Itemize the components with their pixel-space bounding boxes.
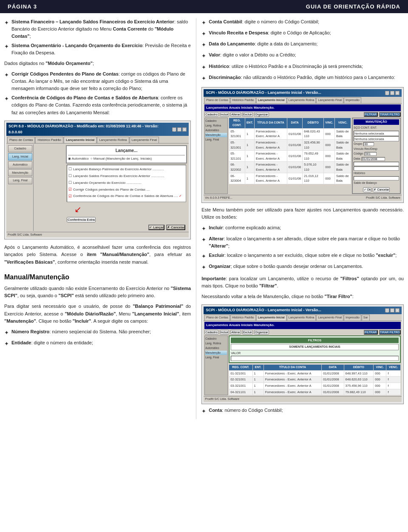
ss2-grupo-input[interactable]	[363, 142, 374, 146]
ss2-nav-automatico[interactable]: Automático	[205, 128, 227, 132]
ss3-row-2[interactable]: 02-321001 1 Fornecedores - Exerc. Anteri…	[229, 377, 401, 383]
ss2-tab-lanc-final[interactable]: Lançamento Final	[316, 97, 343, 103]
ss1-conferencia-extra-btn[interactable]: Conferência Extra	[67, 217, 96, 222]
ss1-nav-lang-final[interactable]: Lang. Final	[8, 177, 32, 184]
ss3-cadastro-btn[interactable]: Cadastro	[204, 330, 218, 335]
ss3-tab-impressao[interactable]: Impressão	[344, 315, 361, 321]
ss2-entidade-value[interactable]: Nenhuma selecionada	[354, 131, 399, 136]
ss1-check-icon-3: ☐	[68, 180, 72, 186]
ss3-row-1[interactable]: 01-321001 1 Fornecedores - Exerc. Anteri…	[229, 370, 401, 377]
ss2-close-btn[interactable]: ×	[395, 91, 400, 95]
ss1-tab-lancamento-final[interactable]: Lançamento Final	[130, 137, 159, 143]
ss2-table-row-2[interactable]: 05-321001 1 Fornecedores - Exerc. Anteri…	[229, 139, 351, 150]
ss2-table-row-1[interactable]: 05-321001 1 Fornecedores - Exerc. Anteri…	[229, 128, 351, 139]
ss2-conta-value[interactable]: Nenhuma selecionada	[354, 136, 399, 141]
bullet-text-vinculo: Vínculo Receita e Despesa: digite o Códi…	[209, 29, 404, 37]
ss1-lancar-btn[interactable]: ✓ Lançar	[148, 225, 164, 230]
ss3-row-4[interactable]: 04-321101 1 Fornecedores - Exerc. Anteri…	[229, 389, 401, 395]
ss2-data-input[interactable]	[362, 157, 385, 161]
ss1-tab-lancamento-rotina[interactable]: Lançamento Rotina	[97, 137, 129, 143]
ss2-minimize-btn[interactable]: _	[385, 91, 389, 95]
ss3-row-3[interactable]: 03-321001 1 Fornecedores - Exerc. Anteri…	[229, 383, 401, 389]
ss1-maximize-btn[interactable]: □	[177, 127, 181, 132]
ss2-th-debito: DÉBITO	[303, 118, 324, 129]
ss2-nav-manutencao[interactable]: Manutenção	[205, 133, 227, 137]
ss1-tab-historico[interactable]: Histórico Padrão	[35, 137, 63, 143]
ss2-table-row-4[interactable]: 06-322002 1 Fornecedores - Exerc. Anteri…	[229, 162, 351, 173]
ss3-tirar-filtro-btn[interactable]: TIRAR FILTRO	[379, 330, 401, 335]
ss2-tab-plano[interactable]: Plano de Contas	[204, 97, 230, 103]
ss3-nav-lang-final[interactable]: Lang. Final	[205, 355, 227, 360]
ss3-filtrar-btn[interactable]: FILTRAR	[364, 330, 378, 335]
ss2-manutencao-panel: MANUTENÇÃO SÇO CONT. ENT. Nenhuma seleci…	[352, 118, 401, 194]
ss2-cancel-btn[interactable]: ✗ Cancelar	[373, 187, 390, 192]
ss2-tab-lanc-inicial[interactable]: Lançamento Inicial	[256, 97, 286, 103]
ss3-tab-lanc-rotina[interactable]: Lançamento Rotina	[287, 315, 316, 321]
ss3-close-btn[interactable]: ×	[395, 308, 400, 312]
ss2-incluir-btn[interactable]: Incluir	[220, 112, 230, 117]
ss2-table-row-3[interactable]: 05-321101 1 Fornecedores - Exerc. Anteri…	[229, 151, 351, 162]
ss3-minimize-btn[interactable]: _	[385, 308, 389, 312]
ss1-close-btns[interactable]: _ □ ×	[172, 127, 187, 132]
bullet-conta-contabil: ✦ Conta Contábil: digite o número do Cód…	[201, 18, 404, 27]
ss3-tab-lanc-final[interactable]: Lançamento Final	[316, 315, 343, 321]
ss3-organizar-btn[interactable]: Organizar	[254, 330, 269, 335]
ss2-nav-lang-rotina[interactable]: Lang. Rotina	[205, 124, 227, 128]
ss2-tab-lanc-rotina[interactable]: Lançamento Rotina	[287, 97, 316, 103]
ss2-cadastro-btn[interactable]: Cadastro	[204, 112, 218, 117]
ss2-historico-field[interactable]	[354, 176, 399, 180]
ss2-maximize-btn[interactable]: □	[390, 91, 394, 95]
right-bullet-list: ✦ Conta Contábil: digite o número do Cód…	[201, 18, 404, 83]
ss1-nav-manutencao[interactable]: Manutenção	[8, 169, 32, 177]
ss3-tabs: Plano de Contas Histórico Padrão Lançame…	[204, 314, 402, 321]
ss2-credito-field[interactable]	[354, 166, 399, 171]
ss3-tab-sar[interactable]: Sar	[362, 315, 370, 321]
ss1-close-btn[interactable]: ×	[182, 127, 187, 132]
ss2-cell-2-6: 000	[324, 139, 335, 150]
ss2-nav-cadastro[interactable]: Cadastro	[205, 119, 227, 123]
ss3-filter-valor-input[interactable]	[231, 356, 399, 361]
ss3-cell-1-7: f	[386, 370, 401, 377]
bullet-historico: ✦ Histórico: utilize o Histórico Padrão …	[201, 63, 404, 72]
ss1-minimize-btn[interactable]: _	[172, 127, 176, 132]
ss3-maximize-btn[interactable]: □	[390, 308, 394, 312]
ss2-tirar-filtro-btn[interactable]: TIRAR FILTRO	[379, 112, 401, 117]
ss2-ok-btn[interactable]: ✓ Ok	[363, 187, 372, 192]
ss1-cancelar-btn[interactable]: ✗ Cancelar	[166, 225, 185, 230]
ss3-nav-manutencao[interactable]: Manutenção	[205, 351, 227, 355]
ss3-excluir-btn[interactable]: Excluir	[242, 330, 253, 335]
ss2-organizar-btn[interactable]: Organizar	[254, 112, 269, 117]
ss3-alterar-btn[interactable]: Alterar	[230, 330, 241, 335]
ss2-codigo-input[interactable]	[365, 152, 377, 156]
ss3-close-btns[interactable]: _ □ ×	[385, 308, 400, 312]
ss3-tab-lanc-inicial[interactable]: Lançamento Inicial	[256, 315, 286, 321]
ss3-cell-1-6: 000	[374, 370, 386, 377]
ss2-filtrar-btn[interactable]: FILTRAR	[364, 112, 378, 117]
ss2-alterar-btn[interactable]: Alterar	[230, 112, 241, 117]
ss1-check-label-2: Lançando Saldos Financeiros do Exercício…	[73, 174, 164, 179]
ss2-tab-impressao[interactable]: Impressão	[344, 97, 361, 103]
ss3-tab-hist[interactable]: Histórico Padrão	[230, 315, 256, 321]
ss2-debito-field[interactable]	[354, 162, 399, 166]
ss2-excluir-btn[interactable]: Excluir	[242, 112, 253, 117]
ss3-nav-cadastro[interactable]: Cadastro	[205, 337, 227, 341]
ss3-tab-plano[interactable]: Plano de Contas	[204, 315, 230, 321]
ss2-close-btns[interactable]: _ □ ×	[385, 91, 400, 95]
ss3-nav-lang-rotina[interactable]: Lang. Rotina	[205, 341, 227, 346]
ss3-incluir-btn[interactable]: Incluir	[220, 330, 230, 335]
ss2-table-row-5[interactable]: 06-323004 1 Fornecedores - Exerc. Anteri…	[229, 173, 351, 184]
ss1-check-label-5: Conferência de Códigos do Plano de Conta…	[73, 194, 182, 199]
ss2-historico-label: Histórico	[354, 171, 399, 176]
ss2-tab-hist[interactable]: Histórico Padrão	[230, 97, 256, 103]
ss3-th-ent: ENT.	[252, 364, 264, 370]
ss1-tab-lancamento-inicial[interactable]: Lançamento Inicial	[64, 137, 97, 143]
ss1-nav-lang-inicial[interactable]: Lang. Inicial	[8, 153, 32, 160]
ss3-cell-1-1: 01-321001	[229, 370, 252, 377]
bullet-text-conta: Conta: número do Código Contábil;	[209, 407, 404, 414]
ss2-nav-lang-final[interactable]: Lang. Final	[205, 138, 227, 142]
ss3-nav-automatico[interactable]: Automático	[205, 346, 227, 350]
ss1-nav-automatico[interactable]: Automático	[8, 161, 32, 169]
ss1-nav-cadastro[interactable]: Cadastro	[8, 145, 32, 152]
bullet-incluir: ✦ Incluir: conforme explicado acima;	[201, 224, 404, 233]
ss1-tab-plano[interactable]: Plano de Contas	[7, 137, 35, 143]
